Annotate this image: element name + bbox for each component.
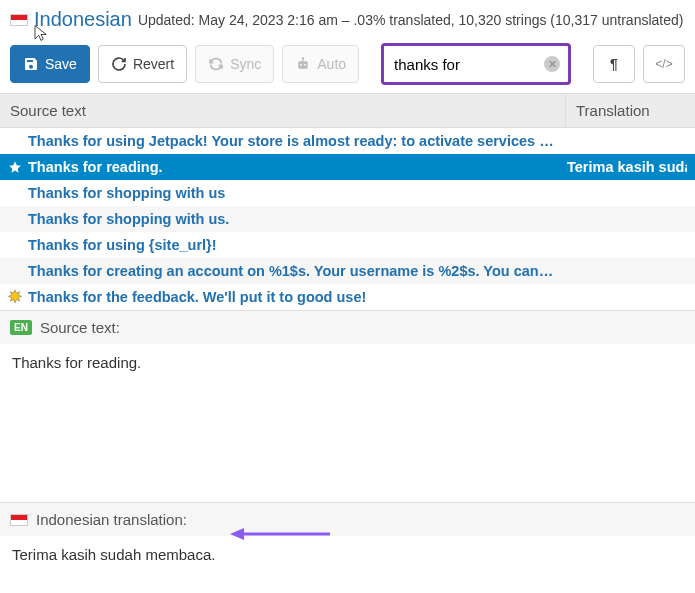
svg-rect-0 bbox=[299, 61, 308, 68]
language-title[interactable]: Indonesian bbox=[34, 8, 132, 31]
svg-point-3 bbox=[302, 57, 304, 59]
row-source-text: Thanks for shopping with us. bbox=[28, 211, 557, 227]
clear-search-icon[interactable]: ✕ bbox=[544, 56, 560, 72]
sync-label: Sync bbox=[230, 56, 261, 72]
table-row[interactable]: Thanks for using {site_url}! bbox=[0, 232, 695, 258]
search-wrap: ✕ bbox=[381, 43, 571, 85]
robot-icon bbox=[295, 56, 311, 72]
sync-button: Sync bbox=[195, 45, 274, 83]
row-source-text: Thanks for using Jetpack! Your store is … bbox=[28, 133, 557, 149]
sync-icon bbox=[208, 56, 224, 72]
source-panel-header: EN Source text: bbox=[0, 311, 695, 344]
source-text-body: Thanks for reading. bbox=[0, 344, 695, 502]
col-source-header[interactable]: Source text bbox=[0, 94, 565, 127]
auto-label: Auto bbox=[317, 56, 346, 72]
save-icon bbox=[23, 56, 39, 72]
code-view-button[interactable]: </> bbox=[643, 45, 685, 83]
header: Indonesian Updated: May 24, 2023 2:16 am… bbox=[0, 0, 695, 35]
row-source-text: Thanks for the feedback. We'll put it to… bbox=[28, 289, 557, 305]
revert-button[interactable]: Revert bbox=[98, 45, 187, 83]
svg-point-2 bbox=[304, 64, 306, 66]
translation-panel-header: Indonesian translation: bbox=[0, 503, 695, 536]
source-panel-label: Source text: bbox=[40, 319, 120, 336]
source-panel: EN Source text: Thanks for reading. bbox=[0, 310, 695, 502]
save-label: Save bbox=[45, 56, 77, 72]
en-badge-icon: EN bbox=[10, 320, 32, 335]
code-icon: </> bbox=[655, 57, 672, 71]
row-source-text: Thanks for creating an account on %1$s. … bbox=[28, 263, 557, 279]
col-translation-header[interactable]: Translation bbox=[565, 94, 695, 127]
pilcrow-button[interactable]: ¶ bbox=[593, 45, 635, 83]
flag-id-icon bbox=[10, 514, 28, 526]
column-headers: Source text Translation bbox=[0, 93, 695, 128]
translation-panel: Indonesian translation: Terima kasih sud… bbox=[0, 502, 695, 573]
table-row[interactable]: Thanks for creating an account on %1$s. … bbox=[0, 258, 695, 284]
table-row[interactable]: Thanks for shopping with us. bbox=[0, 206, 695, 232]
flag-id-icon bbox=[10, 14, 28, 26]
table-row[interactable]: Thanks for shopping with us bbox=[0, 180, 695, 206]
save-button[interactable]: Save bbox=[10, 45, 90, 83]
translation-panel-label: Indonesian translation: bbox=[36, 511, 187, 528]
row-translation-text: Terima kasih sudah m bbox=[557, 159, 687, 175]
row-source-text: Thanks for using {site_url}! bbox=[28, 237, 557, 253]
translation-body[interactable]: Terima kasih sudah membaca. bbox=[0, 536, 695, 573]
table-row[interactable]: Thanks for using Jetpack! Your store is … bbox=[0, 128, 695, 154]
row-source-text: Thanks for shopping with us bbox=[28, 185, 557, 201]
revert-icon bbox=[111, 56, 127, 72]
spark-icon bbox=[6, 288, 24, 306]
table-row[interactable]: Thanks for reading.Terima kasih sudah m bbox=[0, 154, 695, 180]
string-rows: Thanks for using Jetpack! Your store is … bbox=[0, 128, 695, 310]
pilcrow-icon: ¶ bbox=[610, 56, 618, 72]
star-icon bbox=[6, 158, 24, 176]
auto-button: Auto bbox=[282, 45, 359, 83]
toolbar: Save Revert Sync Auto ✕ ¶ </> bbox=[0, 35, 695, 93]
svg-point-1 bbox=[300, 64, 302, 66]
search-input[interactable] bbox=[384, 50, 568, 79]
row-source-text: Thanks for reading. bbox=[28, 159, 557, 175]
table-row[interactable]: Thanks for the feedback. We'll put it to… bbox=[0, 284, 695, 310]
update-meta: Updated: May 24, 2023 2:16 am – .03% tra… bbox=[138, 12, 684, 28]
revert-label: Revert bbox=[133, 56, 174, 72]
